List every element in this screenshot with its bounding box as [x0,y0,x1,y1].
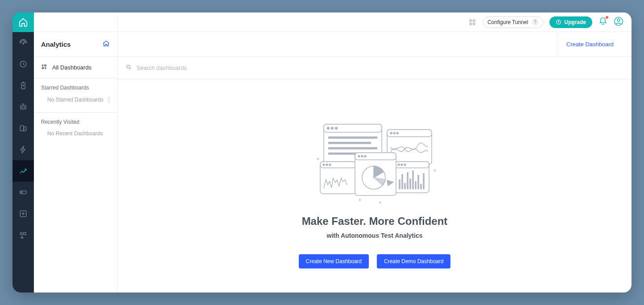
app-window: Analytics All Dashboards Starred Dashboa… [12,12,632,293]
upgrade-label: Upgrade [564,19,586,25]
all-dashboards-item[interactable]: All Dashboards [34,57,117,78]
recent-empty: No Recent Dashboards [47,130,103,137]
nav-battery-icon[interactable] [12,75,34,96]
nav-history-icon[interactable] [12,53,34,75]
empty-state-illustration [312,117,437,208]
nav-bolt-icon[interactable] [12,139,34,160]
svg-point-23 [617,19,620,21]
create-demo-dashboard-button[interactable]: Create Demo Dashboard [377,254,450,268]
svg-point-46 [398,164,400,166]
svg-rect-40 [320,162,356,168]
starred-label: Starred Dashboards [34,78,117,94]
svg-point-28 [331,127,334,129]
search-input[interactable] [136,65,623,71]
svg-rect-7 [24,127,26,131]
svg-point-13 [42,65,44,66]
svg-point-47 [401,164,403,166]
nav-shapes-icon[interactable] [12,224,34,246]
grid-icon [41,64,48,72]
svg-point-48 [404,164,406,166]
svg-point-43 [329,164,331,166]
hero-title: Make Faster. More Confident [302,215,448,228]
apps-grid-icon[interactable] [468,18,476,26]
svg-point-36 [390,132,392,134]
nav-add-icon[interactable] [12,203,34,224]
empty-state: Make Faster. More Confident with Autonom… [118,79,632,293]
create-new-dashboard-button[interactable]: Create New Dashboard [299,254,369,268]
svg-point-29 [335,127,338,129]
svg-point-5 [24,107,25,108]
svg-rect-14 [45,65,46,66]
profile-icon[interactable] [614,16,623,28]
all-dashboards-label: All Dashboards [52,64,91,71]
svg-rect-20 [473,22,475,25]
nav-toggle-icon[interactable] [12,182,34,203]
nav-devices-icon[interactable] [12,118,34,139]
home-icon[interactable] [102,40,110,49]
create-dashboard-link[interactable]: Create Dashboard [566,41,614,48]
svg-point-16 [45,67,46,69]
svg-point-38 [396,132,398,134]
svg-point-11 [20,232,22,235]
side-topbar-spacer [34,12,117,32]
svg-rect-15 [42,67,44,69]
upgrade-icon [556,19,561,25]
notifications-icon[interactable] [599,17,607,28]
side-panel: Analytics All Dashboards Starred Dashboa… [34,12,118,293]
svg-point-24 [127,65,130,68]
svg-point-37 [393,132,395,134]
brand-logo[interactable] [12,12,34,32]
svg-point-42 [326,164,328,166]
nav-analytics-icon[interactable] [12,160,34,182]
svg-point-61 [358,155,360,157]
svg-rect-3 [21,106,26,109]
configure-tunnel-label: Configure Tunnel [487,19,528,25]
recent-label: Recently Visited [34,113,117,128]
main-area: Configure Tunnel ? Upgrade Create Dashbo… [118,12,632,293]
nav-rail [12,12,34,293]
hero-subtitle: with Autonomous Test Analytics [327,232,423,239]
svg-rect-6 [20,126,24,131]
svg-point-27 [327,127,330,129]
subbar: Create Dashboard [118,32,632,57]
upgrade-button[interactable]: Upgrade [549,16,592,28]
nav-dashboard-icon[interactable] [12,32,34,53]
svg-point-4 [22,107,23,108]
svg-rect-17 [469,19,472,22]
svg-point-41 [323,164,325,166]
nav-robot-icon[interactable] [12,96,34,118]
svg-rect-18 [473,19,475,22]
side-title: Analytics [41,41,71,48]
scrollbar-thumb [107,96,110,103]
svg-rect-12 [24,232,26,235]
search-icon [126,64,132,72]
topbar: Configure Tunnel ? Upgrade [118,12,632,32]
svg-rect-45 [395,162,429,168]
starred-empty: No Starred Dashboards [47,97,103,103]
svg-rect-19 [469,22,472,25]
svg-point-63 [364,155,366,157]
svg-point-9 [21,191,22,193]
svg-point-62 [361,155,363,157]
search-bar [118,57,632,79]
help-icon: ? [532,19,538,25]
configure-tunnel-button[interactable]: Configure Tunnel ? [483,16,543,28]
